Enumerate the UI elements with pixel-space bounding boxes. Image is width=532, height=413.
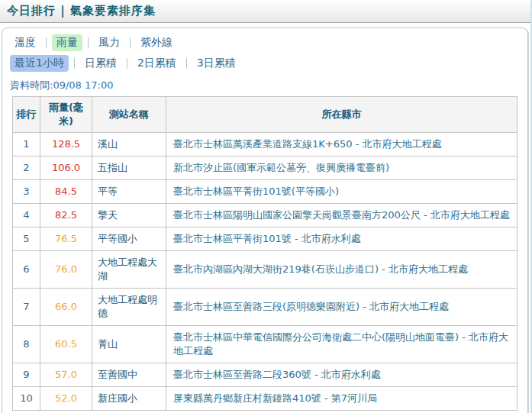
tab-last-1-hour[interactable]: 最近1小時 xyxy=(10,55,69,72)
rank-cell: 5 xyxy=(13,227,40,251)
tab-temperature[interactable]: 溫度 xyxy=(10,34,40,51)
table-header-row: 排行 雨量(毫米) 測站名稱 所在縣市 xyxy=(13,97,517,133)
station-name-cell: 平等國小 xyxy=(92,227,166,251)
rainfall-value-cell: 76.0 xyxy=(40,251,92,289)
table-row: 2 106.0 五指山 新北市汐止區(國軍示範公墓旁、復興廣播電臺前) xyxy=(13,156,517,180)
header-rainfall-mm: 雨量(毫米) xyxy=(40,97,92,133)
rank-cell: 1 xyxy=(13,133,40,156)
rainfall-value-cell: 66.0 xyxy=(40,289,92,326)
location-cell: 臺北市士林區至善路二段360號 - 北市府水利處 xyxy=(166,363,517,387)
tab-daily-accum[interactable]: 日累積 xyxy=(80,55,121,72)
location-cell: 新北市汐止區(國軍示範公墓旁、復興廣播電臺前) xyxy=(166,156,517,180)
location-cell: 臺北市士林區平菁街101號(平等國小) xyxy=(166,180,517,204)
table-row: 9 57.0 至善國中 臺北市士林區至善路二段360號 - 北市府水利處 xyxy=(13,363,517,387)
rank-cell: 7 xyxy=(13,289,40,326)
tab-divider xyxy=(130,37,131,48)
rainfall-value-cell: 82.5 xyxy=(40,204,92,227)
page-titlebar: 今日排行 | 氣象要素排序集 xyxy=(0,0,530,23)
rainfall-value-cell: 52.0 xyxy=(40,387,92,411)
rainfall-value-cell: 128.5 xyxy=(40,133,92,156)
tab-wind[interactable]: 風力 xyxy=(94,34,124,51)
table-row: 1 128.5 溪山 臺北市士林區萬溪產業道路支線1K+650 - 北市府大地工… xyxy=(13,133,517,156)
station-name-cell: 溪山 xyxy=(92,133,166,156)
rank-cell: 10 xyxy=(13,387,40,411)
content-panel: 溫度 雨量 風力 紫外線 最近1小時 日累積 2日累積 3日累積 資料時間:09… xyxy=(2,27,528,413)
page-title: 今日排行 | 氣象要素排序集 xyxy=(7,4,156,18)
tab-divider xyxy=(88,37,89,48)
tab-divider xyxy=(127,58,127,69)
header-rank: 排行 xyxy=(13,97,40,133)
tab-2day-accum[interactable]: 2日累積 xyxy=(133,55,181,72)
tab-divider xyxy=(74,58,75,69)
rank-cell: 6 xyxy=(13,251,40,289)
station-name-cell: 新庄國小 xyxy=(92,387,166,411)
station-name-cell: 擎天 xyxy=(92,204,166,227)
element-tab-bar: 溫度 雨量 風力 紫外線 xyxy=(2,34,527,52)
tab-uv[interactable]: 紫外線 xyxy=(136,34,177,51)
rank-cell: 9 xyxy=(13,363,40,387)
tab-3day-accum[interactable]: 3日累積 xyxy=(192,55,240,72)
tab-rainfall[interactable]: 雨量 xyxy=(52,34,82,51)
location-cell: 臺北市士林區陽明山國家公園擎天崗觀景臺南方200公尺 - 北市府大地工程處 xyxy=(166,204,517,227)
data-timestamp: 資料時間:09/08 17:00 xyxy=(10,79,527,92)
rank-cell: 8 xyxy=(13,326,40,363)
rainfall-value-cell: 106.0 xyxy=(40,156,92,180)
table-row: 5 76.5 平等國小 臺北市士林區平菁街101號 - 北市府水利處 xyxy=(13,227,517,251)
rainfall-value-cell: 84.5 xyxy=(40,180,92,204)
table-row: 8 60.5 菁山 臺北市士林區中華電信國際分公司海衛處二中心(陽明山地面電臺)… xyxy=(13,326,517,363)
location-cell: 臺北市士林區中華電信國際分公司海衛處二中心(陽明山地面電臺) - 北市府大地工程… xyxy=(166,326,517,363)
station-name-cell: 五指山 xyxy=(92,156,166,180)
location-cell: 臺北市內湖區內湖大湖街219巷(石崁山步道口) - 北市府大地工程處 xyxy=(166,251,517,289)
table-row: 4 82.5 擎天 臺北市士林區陽明山國家公園擎天崗觀景臺南方200公尺 - 北… xyxy=(13,204,517,227)
station-name-cell: 大地工程處明德 xyxy=(92,289,166,326)
rank-cell: 4 xyxy=(13,204,40,227)
station-name-cell: 大地工程處大湖 xyxy=(92,251,166,289)
header-station-name: 測站名稱 xyxy=(92,97,166,133)
table-row: 10 52.0 新庄國小 屏東縣萬丹鄉新庄村新鐘路410號 - 第7河川局 xyxy=(13,387,517,411)
rank-cell: 2 xyxy=(13,156,40,180)
header-location: 所在縣市 xyxy=(166,97,517,133)
rainfall-value-cell: 60.5 xyxy=(40,326,92,363)
rainfall-value-cell: 76.5 xyxy=(40,227,92,251)
location-cell: 屏東縣萬丹鄉新庄村新鐘路410號 - 第7河川局 xyxy=(166,387,517,411)
table-row: 3 84.5 平等 臺北市士林區平菁街101號(平等國小) xyxy=(13,180,517,204)
station-name-cell: 平等 xyxy=(92,180,166,204)
rainfall-ranking-table: 排行 雨量(毫米) 測站名稱 所在縣市 1 128.5 溪山 臺北市士林區萬溪產… xyxy=(12,96,517,411)
tab-divider xyxy=(186,58,187,69)
station-name-cell: 菁山 xyxy=(92,326,166,363)
period-tab-bar: 最近1小時 日累積 2日累積 3日累積 xyxy=(2,54,527,73)
location-cell: 臺北市士林區至善路三段(原明德樂園附近) - 北市府大地工程處 xyxy=(166,289,517,326)
location-cell: 臺北市士林區萬溪產業道路支線1K+650 - 北市府大地工程處 xyxy=(166,133,517,156)
table-row: 7 66.0 大地工程處明德 臺北市士林區至善路三段(原明德樂園附近) - 北市… xyxy=(13,289,517,326)
tab-divider xyxy=(46,37,47,48)
rainfall-value-cell: 57.0 xyxy=(40,363,92,387)
location-cell: 臺北市士林區平菁街101號 - 北市府水利處 xyxy=(166,227,517,251)
table-row: 6 76.0 大地工程處大湖 臺北市內湖區內湖大湖街219巷(石崁山步道口) -… xyxy=(13,251,517,289)
rank-cell: 3 xyxy=(13,180,40,204)
station-name-cell: 至善國中 xyxy=(92,363,166,387)
